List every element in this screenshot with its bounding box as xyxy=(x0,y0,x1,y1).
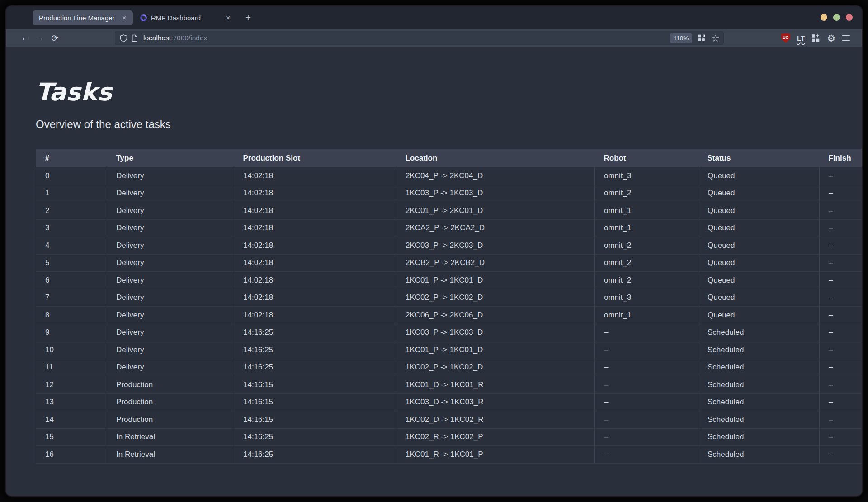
table-row: 7Delivery14:02:181KC02_P -> 1KC02_Domnit… xyxy=(36,289,862,307)
tab-close-icon[interactable]: × xyxy=(120,14,128,22)
table-cell: omnit_1 xyxy=(595,202,698,220)
table-cell: 14:16:25 xyxy=(234,428,396,446)
table-row: 10Delivery14:16:251KC01_P -> 1KC01_D–Sch… xyxy=(36,341,862,359)
ublock-origin-icon[interactable]: UO xyxy=(781,33,790,43)
url-text[interactable]: localhost:7000/index xyxy=(143,34,207,42)
table-cell: Delivery xyxy=(107,219,234,237)
table-cell: – xyxy=(820,254,862,272)
grid-plus-icon[interactable] xyxy=(811,34,820,43)
back-button[interactable]: ← xyxy=(18,31,32,45)
new-tab-button[interactable]: + xyxy=(241,11,255,24)
table-cell: 14:16:25 xyxy=(234,341,396,359)
table-header-row: #TypeProduction SlotLocationRobotStatusF… xyxy=(36,149,862,167)
table-cell: 14:16:15 xyxy=(234,393,396,411)
table-row: 16In Retrieval14:16:251KC01_R -> 1KC01_P… xyxy=(36,446,862,464)
table-cell: 11 xyxy=(36,359,107,376)
table-cell: – xyxy=(595,341,698,359)
tab-bar: Production Line Manager × RMF Dashboard … xyxy=(6,6,862,29)
table-cell: – xyxy=(820,324,862,341)
table-cell: – xyxy=(595,324,698,341)
table-cell: 13 xyxy=(36,393,107,411)
gear-icon[interactable]: ⚙ xyxy=(827,33,835,43)
table-cell: Scheduled xyxy=(698,341,820,359)
table-cell: 1 xyxy=(36,185,107,202)
menu-icon[interactable] xyxy=(842,35,850,41)
tab-title: RMF Dashboard xyxy=(151,14,201,22)
languagetool-icon[interactable]: LT xyxy=(797,34,805,42)
table-cell: 14:02:18 xyxy=(234,167,396,185)
table-cell: 9 xyxy=(36,324,107,341)
table-cell: omnit_2 xyxy=(595,185,698,202)
window-controls xyxy=(821,14,853,21)
table-cell: 1KC01_P -> 1KC01_D xyxy=(396,341,595,359)
table-cell: 3 xyxy=(36,219,107,237)
table-cell: 0 xyxy=(36,167,107,185)
table-cell: – xyxy=(820,428,862,446)
table-row: 12Production14:16:151KC01_D -> 1KC01_R–S… xyxy=(36,376,862,394)
minimize-button[interactable] xyxy=(821,14,827,21)
table-cell: 4 xyxy=(36,237,107,255)
table-cell: 14:02:18 xyxy=(234,307,396,324)
table-row: 9Delivery14:16:251KC03_P -> 1KC03_D–Sche… xyxy=(36,324,862,341)
table-cell: – xyxy=(595,411,698,429)
close-button[interactable] xyxy=(846,14,853,21)
table-cell: 1KC02_R -> 1KC02_P xyxy=(396,428,595,446)
table-cell: 14:02:18 xyxy=(234,272,396,289)
navigation-toolbar: ← → ⟳ localhost:7000/index 110% xyxy=(6,29,862,47)
table-cell: Delivery xyxy=(107,202,234,220)
column-header: Finish xyxy=(820,149,862,167)
tab-rmf-dashboard[interactable]: RMF Dashboard × xyxy=(134,10,237,25)
table-cell: – xyxy=(820,185,862,202)
table-cell: Delivery xyxy=(107,272,234,289)
table-cell: 1KC03_P -> 1KC03_D xyxy=(396,324,595,341)
page-subtitle: Overview of the active tasks xyxy=(36,118,832,131)
table-cell: 1KC03_D -> 1KC03_R xyxy=(396,393,595,411)
table-row: 4Delivery14:02:182KC03_P -> 2KC03_Domnit… xyxy=(36,237,862,255)
table-cell: 14:16:15 xyxy=(234,376,396,394)
table-cell: Queued xyxy=(698,167,820,185)
table-cell: – xyxy=(820,446,862,464)
table-cell: – xyxy=(820,341,862,359)
reload-button[interactable]: ⟳ xyxy=(48,31,61,45)
table-cell: Queued xyxy=(698,254,820,272)
table-cell: – xyxy=(820,393,862,411)
table-cell: Scheduled xyxy=(698,359,820,376)
column-header: Status xyxy=(698,149,820,167)
column-header: Location xyxy=(396,149,595,167)
column-header: # xyxy=(36,149,107,167)
maximize-button[interactable] xyxy=(833,14,840,21)
table-cell: Queued xyxy=(698,289,820,307)
tab-production-line-manager[interactable]: Production Line Manager × xyxy=(33,10,133,25)
table-cell: 5 xyxy=(36,254,107,272)
table-cell: Queued xyxy=(698,219,820,237)
table-cell: 14:16:25 xyxy=(234,446,396,464)
table-cell: – xyxy=(820,307,862,324)
table-cell: Scheduled xyxy=(698,393,820,411)
table-cell: 14:02:18 xyxy=(234,202,396,220)
table-cell: 2KC03_P -> 2KC03_D xyxy=(396,237,595,255)
zoom-level-badge[interactable]: 110% xyxy=(670,33,693,43)
window-grid-icon[interactable] xyxy=(698,34,706,42)
bookmark-star-icon[interactable]: ☆ xyxy=(711,33,720,43)
table-cell: 2 xyxy=(36,202,107,220)
table-cell: – xyxy=(595,359,698,376)
tab-close-icon[interactable]: × xyxy=(224,14,232,22)
forward-button[interactable]: → xyxy=(33,31,47,45)
table-cell: 14:02:18 xyxy=(234,289,396,307)
table-cell: omnit_1 xyxy=(595,219,698,237)
table-cell: Delivery xyxy=(107,307,234,324)
table-cell: – xyxy=(820,272,862,289)
table-cell: Delivery xyxy=(107,254,234,272)
table-cell: omnit_3 xyxy=(595,289,698,307)
table-cell: 1KC02_P -> 1KC02_D xyxy=(396,289,595,307)
table-cell: – xyxy=(820,376,862,394)
table-cell: – xyxy=(595,376,698,394)
table-cell: 2KC06_P -> 2KC06_D xyxy=(396,307,595,324)
table-cell: omnit_1 xyxy=(595,307,698,324)
url-bar[interactable]: localhost:7000/index 110% ☆ xyxy=(115,31,724,45)
page-icon[interactable] xyxy=(131,34,138,42)
table-cell: 14:02:18 xyxy=(234,185,396,202)
url-host: localhost xyxy=(143,34,171,42)
shield-icon[interactable] xyxy=(120,34,127,42)
table-cell: 14 xyxy=(36,411,107,429)
